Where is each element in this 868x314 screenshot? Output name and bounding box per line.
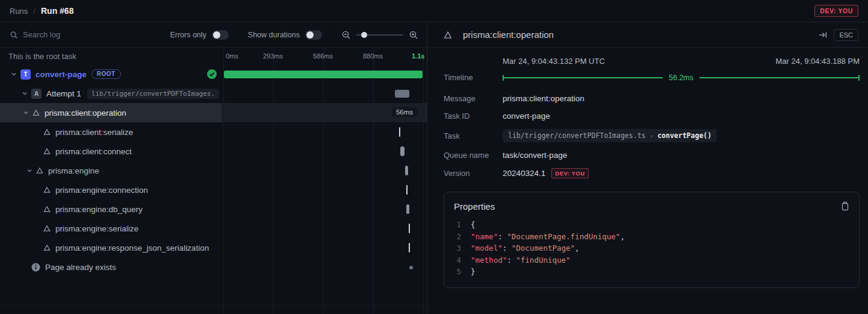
panel-resize-handle[interactable] — [0, 305, 427, 306]
span-triangle-icon — [43, 186, 51, 193]
timeline-tick-total: 1.1s — [412, 52, 424, 60]
task-id-value: convert-page — [503, 111, 550, 121]
span-bar[interactable] — [409, 243, 410, 253]
attempt-icon: A — [31, 89, 42, 99]
span-row-prisma-client-operation[interactable]: prisma:client:operation 56ms — [0, 103, 427, 122]
field-label-task-id: Task ID — [444, 111, 503, 121]
event-dot[interactable] — [409, 266, 413, 269]
esc-button[interactable]: ESC — [834, 29, 858, 41]
chevron-down-icon[interactable] — [22, 110, 30, 116]
span-triangle-icon — [43, 206, 51, 213]
span-triangle-icon — [43, 128, 51, 136]
span-bar[interactable] — [395, 90, 409, 98]
field-label-timeline: Timeline — [444, 73, 503, 82]
queue-value: task/convert-page — [503, 151, 567, 160]
chevron-right-icon: › — [650, 132, 653, 139]
properties-card: Properties 1{2 "name": "DocumentPage.fin… — [444, 192, 860, 288]
search-icon — [10, 31, 18, 39]
span-row-prisma-client-serialize[interactable]: prisma:client:serialize — [0, 122, 427, 142]
trace-tree: This is the root task 0ms 293ms 586ms 88… — [0, 48, 427, 314]
span-triangle-icon — [36, 167, 43, 174]
span-triangle-icon — [43, 225, 51, 232]
environment-badge: DEV: YOU — [814, 5, 858, 17]
span-row-prisma-engine-db-query[interactable]: prisma:engine:db_query — [0, 199, 427, 219]
span-row-prisma-engine-serialize[interactable]: prisma:engine:serialize — [0, 219, 427, 238]
event-row-page-already-exists[interactable]: Page already exists — [0, 257, 427, 277]
show-durations-label: Show durations — [248, 31, 300, 39]
collapse-panel-icon[interactable] — [818, 30, 828, 40]
timeline-tick: 0ms — [226, 52, 238, 60]
properties-code: 1{2 "name": "DocumentPage.findUnique",3 … — [444, 218, 859, 287]
task-file-path: lib/trigger/convertPDFToImages.ts — [508, 131, 645, 140]
span-triangle-icon — [444, 31, 452, 39]
zoom-slider[interactable] — [356, 30, 403, 40]
span-end-time: Mar 24, 9:04:43.188 PM — [776, 57, 860, 66]
span-duration: 56.2ms — [669, 74, 693, 82]
span-row-prisma-engine[interactable]: prisma:engine — [0, 161, 427, 180]
properties-title: Properties — [454, 201, 495, 212]
task-icon: T — [20, 69, 31, 80]
span-triangle-icon — [43, 244, 51, 251]
run-trace-app: Runs / Run #68 DEV: YOU Search log Error… — [0, 0, 868, 314]
version-value: 20240324.1 — [503, 169, 545, 178]
span-bar[interactable] — [406, 204, 409, 214]
chevron-down-icon[interactable] — [20, 90, 29, 96]
info-icon — [31, 263, 40, 272]
success-check-icon — [207, 69, 217, 81]
span-bar[interactable] — [224, 71, 423, 78]
inspector-header: prisma:client:operation ESC — [428, 22, 868, 48]
breadcrumb-separator: / — [33, 7, 36, 16]
chevron-down-icon[interactable] — [25, 168, 34, 174]
span-triangle-icon — [33, 109, 40, 116]
top-bar: Runs / Run #68 DEV: YOU — [0, 0, 868, 22]
root-task-note: This is the root task — [8, 52, 76, 61]
version-env-badge: DEV: YOU — [551, 168, 588, 178]
duration-chip: 56ms — [392, 107, 417, 117]
search-placeholder: Search log — [23, 30, 60, 39]
search-input[interactable]: Search log — [10, 30, 100, 39]
field-label-task: Task — [444, 131, 503, 140]
show-durations-toggle[interactable] — [305, 30, 322, 40]
field-label-message: Message — [444, 94, 503, 103]
copy-icon[interactable] — [840, 201, 849, 212]
errors-only-label: Errors only — [170, 31, 206, 39]
trace-panel: Search log Errors only Show durations — [0, 22, 427, 314]
span-bar[interactable] — [409, 224, 410, 233]
zoom-in-icon[interactable] — [409, 30, 418, 40]
span-bar[interactable] — [399, 127, 400, 137]
span-triangle-icon — [43, 148, 51, 155]
span-row-prisma-client-connect[interactable]: prisma:client:connect — [0, 142, 427, 161]
span-duration-timeline: 56.2ms — [503, 74, 860, 82]
span-row-prisma-engine-connection[interactable]: prisma:engine:connection — [0, 180, 427, 199]
span-bar[interactable] — [406, 185, 408, 195]
errors-only-toggle[interactable] — [212, 30, 229, 40]
timeline-tick: 880ms — [363, 52, 383, 60]
chevron-down-icon[interactable] — [10, 71, 18, 77]
span-row-convert-page[interactable]: T convert-page ROOT — [0, 64, 427, 84]
span-start-time: Mar 24, 9:04:43.132 PM UTC — [503, 57, 605, 66]
span-bar[interactable] — [400, 146, 405, 156]
attempt-path: lib/trigger/convertPDFToImages. — [87, 89, 219, 99]
span-inspector: prisma:client:operation ESC Mar 24, 9:04… — [428, 22, 868, 314]
timeline-tick: 293ms — [263, 52, 283, 60]
breadcrumb-runs[interactable]: Runs — [10, 7, 28, 16]
field-label-version: Version — [444, 169, 503, 178]
span-row-prisma-engine-response-json-serialization[interactable]: prisma:engine:response_json_serializatio… — [0, 238, 427, 257]
span-row-attempt-1[interactable]: A Attempt 1 lib/trigger/convertPDFToImag… — [0, 84, 427, 103]
inspector-title: prisma:client:operation — [463, 30, 554, 40]
task-function: convertPage() — [657, 131, 711, 140]
root-badge: ROOT — [91, 69, 121, 79]
zoom-out-icon[interactable] — [341, 30, 351, 40]
span-bar[interactable] — [405, 166, 408, 175]
trace-toolbar: Search log Errors only Show durations — [0, 22, 427, 48]
page-title: Run #68 — [41, 6, 73, 16]
timeline-tick: 586ms — [313, 52, 333, 60]
task-source-chip[interactable]: lib/trigger/convertPDFToImages.ts › conv… — [503, 129, 717, 142]
message-value: prisma:client:operation — [503, 94, 584, 103]
field-label-queue: Queue name — [444, 151, 503, 160]
